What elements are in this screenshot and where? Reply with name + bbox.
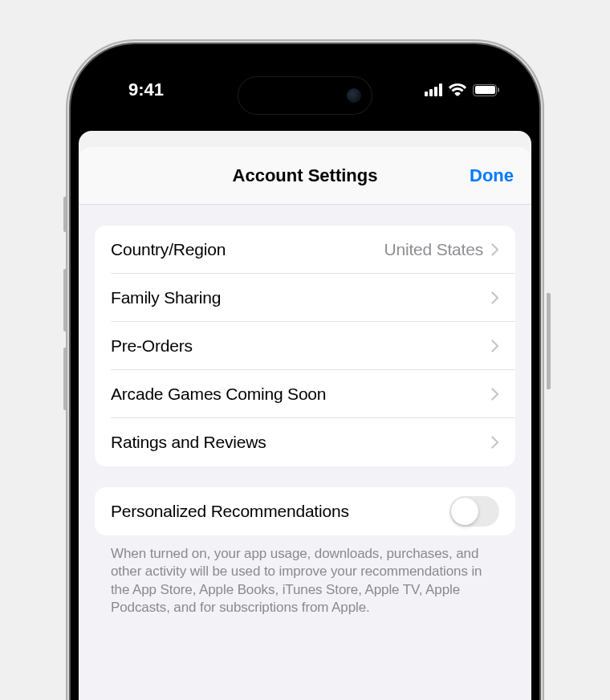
chevron-right-icon (491, 388, 499, 401)
toggle-knob (451, 498, 478, 525)
battery-icon (473, 84, 499, 96)
personalized-recommendations-toggle[interactable] (449, 496, 499, 527)
content-scroll[interactable]: Country/Region United States Family Shar… (79, 226, 531, 700)
row-country-region[interactable]: Country/Region United States (95, 226, 515, 274)
modal-sheet: Account Settings Done Country/Region Uni… (79, 147, 531, 700)
row-arcade-games-coming-soon[interactable]: Arcade Games Coming Soon (95, 370, 515, 418)
row-label: Personalized Recommendations (111, 502, 449, 521)
row-label: Arcade Games Coming Soon (111, 385, 326, 404)
row-pre-orders[interactable]: Pre-Orders (95, 322, 515, 370)
chevron-right-icon (491, 436, 499, 449)
chevron-right-icon (491, 243, 499, 256)
sheet-header: Account Settings Done (79, 147, 531, 205)
done-button[interactable]: Done (470, 165, 514, 186)
row-personalized-recommendations: Personalized Recommendations (95, 487, 515, 535)
dynamic-island (238, 76, 372, 115)
row-label: Country/Region (111, 240, 226, 259)
row-label: Family Sharing (111, 288, 221, 307)
screen: 9:41 (79, 52, 531, 700)
page-title: Account Settings (233, 165, 378, 186)
row-label: Ratings and Reviews (111, 433, 266, 452)
volume-up-button (63, 269, 67, 332)
status-time: 9:41 (111, 79, 164, 100)
recommendations-group: Personalized Recommendations (95, 487, 515, 535)
settings-group: Country/Region United States Family Shar… (95, 226, 515, 466)
row-family-sharing[interactable]: Family Sharing (95, 274, 515, 322)
chevron-right-icon (491, 340, 499, 352)
power-button (547, 293, 551, 389)
front-camera (347, 88, 361, 103)
recommendations-footer: When turned on, your app usage, download… (95, 535, 515, 617)
mute-switch (63, 197, 67, 232)
wifi-icon (449, 83, 466, 96)
row-ratings-and-reviews[interactable]: Ratings and Reviews (95, 418, 515, 466)
row-value: United States (384, 240, 483, 259)
phone-frame: 9:41 (71, 44, 539, 700)
chevron-right-icon (491, 291, 499, 304)
volume-down-button (63, 348, 67, 410)
row-label: Pre-Orders (111, 336, 193, 356)
cellular-icon (425, 83, 442, 96)
